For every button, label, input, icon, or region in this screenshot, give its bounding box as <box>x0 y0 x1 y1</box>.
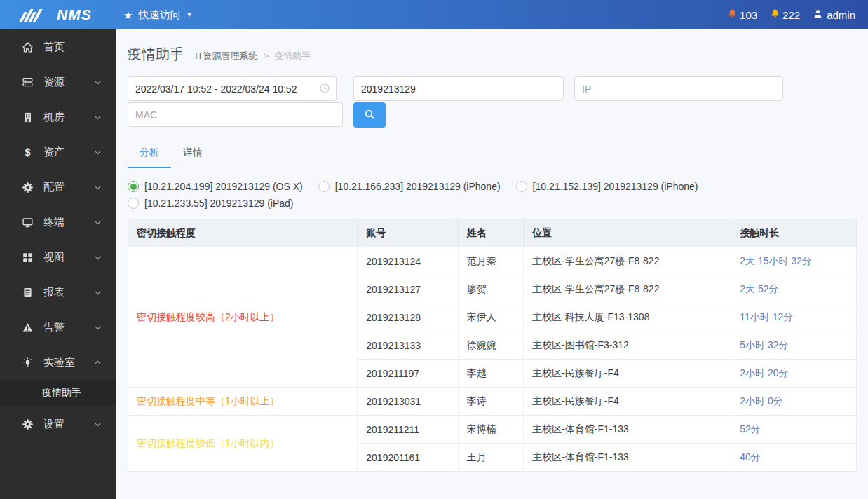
location-cell: 主校区-体育馆-F1-133 <box>524 416 731 444</box>
alert-badge-orange[interactable]: 103 <box>727 8 757 21</box>
sidebar-nav: 首页资源机房$资产配置终端视图报表告警实验室疫情助手设置 <box>0 29 116 499</box>
chevron-down-icon <box>93 323 102 332</box>
account-cell: 2019201161 <box>358 444 458 472</box>
name-cell: 宋伊人 <box>458 303 524 331</box>
duration-cell[interactable]: 2天 52分 <box>731 275 857 303</box>
duration-cell[interactable]: 40分 <box>731 444 857 472</box>
name-cell: 李越 <box>458 360 524 388</box>
user-menu[interactable]: admin <box>813 8 855 21</box>
location-cell: 主校区-学生公寓27楼-F8-822 <box>524 275 731 303</box>
alert-badge-yellow[interactable]: 222 <box>770 8 800 21</box>
sidebar-item-reports[interactable]: 报表 <box>0 275 116 310</box>
app-logo: NMS <box>0 6 116 23</box>
breadcrumb-current: 疫情助手 <box>274 50 311 61</box>
bell-icon <box>727 8 738 21</box>
bell-icon <box>770 8 780 21</box>
table-row: 密切接触程度较低（1小时以内）2019211211宋博楠主校区-体育馆-F1-1… <box>128 416 857 444</box>
name-cell: 徐婉婉 <box>458 331 524 360</box>
sidebar-item-terminal[interactable]: 终端 <box>0 205 116 240</box>
table-header-row: 密切接触程度账号姓名位置接触时长 <box>128 219 857 247</box>
account-input[interactable] <box>353 76 564 101</box>
chevron-down-icon <box>93 288 102 297</box>
radio-icon <box>318 181 330 192</box>
device-label: [10.21.204.199] 2019213129 (OS X) <box>144 181 303 192</box>
device-radio-1[interactable]: [10.21.166.233] 2019213129 (iPhone) <box>318 181 501 192</box>
column-header: 密切接触程度 <box>128 219 358 247</box>
name-cell: 范月秦 <box>458 247 524 275</box>
sidebar-item-config[interactable]: 配置 <box>0 170 116 205</box>
device-radio-2[interactable]: [10.21.152.139] 2019213129 (iPhone) <box>516 181 698 192</box>
ip-input[interactable] <box>574 76 783 101</box>
sidebar-item-alerts[interactable]: 告警 <box>0 310 116 345</box>
mac-input[interactable] <box>128 102 343 127</box>
location-cell: 主校区-科技大厦-F13-1308 <box>524 303 731 331</box>
breadcrumb-root[interactable]: IT资源管理系统 <box>195 50 258 61</box>
main-content: 疫情助手 IT资源管理系统>疫情助手 <box>116 29 868 472</box>
column-header: 位置 <box>524 219 731 247</box>
sidebar-item-home[interactable]: 首页 <box>0 29 116 64</box>
device-label: [10.21.233.55] 2019213129 (iPad) <box>144 198 294 209</box>
sidebar-item-lab[interactable]: 实验室 <box>0 345 116 380</box>
duration-cell[interactable]: 2小时 0分 <box>731 388 857 416</box>
chevron-up-icon <box>93 358 102 367</box>
topbar-right: 103 222 admin <box>727 8 868 21</box>
name-cell: 李诗 <box>458 388 524 416</box>
username: admin <box>827 9 855 21</box>
sidebar-item-settings[interactable]: 设置 <box>0 406 116 442</box>
device-label: [10.21.166.233] 2019213129 (iPhone) <box>335 181 501 192</box>
contact-table: 密切接触程度账号姓名位置接触时长 密切接触程度较高（2小时以上）20192131… <box>128 219 857 472</box>
sidebar-item-views[interactable]: 视图 <box>0 240 116 275</box>
duration-cell[interactable]: 5小时 32分 <box>731 331 857 360</box>
duration-cell[interactable]: 2小时 20分 <box>731 360 857 388</box>
table-row: 密切接触程度较高（2小时以上）2019213124范月秦主校区-学生公寓27楼-… <box>128 247 857 275</box>
device-radio-3[interactable]: [10.21.233.55] 2019213129 (iPad) <box>128 198 294 209</box>
logo-mark-icon <box>18 8 50 22</box>
sidebar-item-resources[interactable]: 资源 <box>0 64 116 100</box>
clock-icon[interactable] <box>319 83 330 94</box>
chevron-down-icon <box>93 218 102 227</box>
date-range-input[interactable] <box>128 76 337 101</box>
contact-level-label: 密切接触程度较低（1小时以内） <box>128 416 358 472</box>
account-cell: 2019213133 <box>358 331 458 360</box>
sidebar-item-server-room[interactable]: 机房 <box>0 100 116 135</box>
sidebar-subitem-epidemic-assistant[interactable]: 疫情助手 <box>0 380 116 406</box>
home-icon <box>21 41 34 53</box>
report-icon <box>21 287 34 299</box>
duration-cell[interactable]: 11小时 12分 <box>731 303 857 331</box>
sidebar-item-assets[interactable]: $资产 <box>0 135 116 170</box>
quick-access-menu[interactable]: ★ 快速访问 ▼ <box>123 8 192 22</box>
tab-analysis[interactable]: 分析 <box>128 140 171 168</box>
date-range-wrap <box>128 76 337 101</box>
duration-cell[interactable]: 52分 <box>731 416 857 444</box>
chevron-down-icon: ▼ <box>186 12 192 18</box>
chevron-down-icon <box>93 78 102 87</box>
page-title: 疫情助手 <box>128 45 184 64</box>
lab-bulb-icon <box>21 357 34 369</box>
page-head: 疫情助手 IT资源管理系统>疫情助手 <box>128 45 857 64</box>
search-button[interactable] <box>353 102 386 128</box>
column-header: 接触时长 <box>731 219 857 247</box>
location-cell: 主校区-图书馆-F3-312 <box>524 331 731 360</box>
breadcrumb-separator: > <box>264 50 269 61</box>
device-radio-group: [10.21.204.199] 2019213129 (OS X)[10.21.… <box>128 168 857 219</box>
tab-details[interactable]: 详情 <box>171 140 215 168</box>
tab-bar: 分析 详情 <box>128 140 857 168</box>
contact-level-label: 密切接触程度中等（1小时以上） <box>128 388 358 416</box>
svg-text:$: $ <box>24 146 31 158</box>
location-cell: 主校区-体育馆-F1-133 <box>524 444 731 472</box>
device-radio-0[interactable]: [10.21.204.199] 2019213129 (OS X) <box>128 181 303 192</box>
table-row: 密切接触程度中等（1小时以上）2019213031李诗主校区-民族餐厅-F42小… <box>128 388 857 416</box>
duration-cell[interactable]: 2天 15小时 32分 <box>731 247 857 275</box>
column-header: 姓名 <box>458 219 524 247</box>
device-label: [10.21.152.139] 2019213129 (iPhone) <box>533 181 698 192</box>
user-icon <box>813 8 823 21</box>
filter-bar <box>128 76 857 128</box>
gear-icon <box>21 418 34 430</box>
account-cell: 2019213127 <box>358 275 458 303</box>
chevron-down-icon <box>93 148 102 157</box>
account-cell: 2019213128 <box>358 303 458 331</box>
quick-access-label: 快速访问 <box>138 8 180 22</box>
account-cell: 2019211211 <box>358 416 458 444</box>
radio-icon <box>128 198 139 209</box>
radio-icon <box>516 181 527 192</box>
